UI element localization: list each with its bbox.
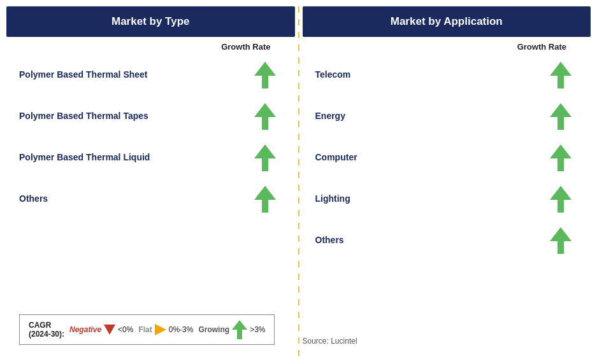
list-item: Polymer Based Thermal Liquid <box>6 137 295 178</box>
legend-flat-range: 0%-3% <box>169 325 194 334</box>
main-container: Market by Type Growth Rate Polymer Based… <box>0 0 597 364</box>
legend-growing-range: >3% <box>250 325 265 334</box>
list-item: Computer <box>303 137 591 178</box>
item-label-lighting: Lighting <box>315 193 350 205</box>
growth-arrow-others-right <box>550 227 572 254</box>
svg-marker-1 <box>254 103 276 130</box>
item-label-telecom: Telecom <box>315 69 351 81</box>
growth-arrow-energy <box>550 103 572 130</box>
right-panel: Market by Application Growth Rate Teleco… <box>303 6 591 358</box>
svg-marker-9 <box>550 227 572 254</box>
growth-arrow-computer <box>550 144 572 171</box>
left-growth-rate-label: Growth Rate <box>6 37 295 54</box>
svg-marker-2 <box>254 144 276 171</box>
growth-arrow-others-left <box>254 186 276 213</box>
item-label-computer: Computer <box>315 151 357 164</box>
list-item: Telecom <box>303 54 591 95</box>
yellow-right-arrow-icon <box>155 324 166 335</box>
right-growth-rate-label: Growth Rate <box>303 37 591 54</box>
list-item: Polymer Based Thermal Tapes <box>6 95 295 137</box>
growth-arrow-thermal-tapes <box>254 103 276 130</box>
list-item: Others <box>6 178 295 220</box>
panel-divider <box>298 6 299 358</box>
legend-growing: Growing >3% <box>198 320 265 339</box>
right-panel-header: Market by Application <box>303 6 591 37</box>
legend-growing-label: Growing <box>198 325 229 334</box>
growth-arrow-telecom <box>550 62 572 88</box>
svg-marker-0 <box>254 62 276 88</box>
legend-flat-label: Flat <box>138 325 152 334</box>
svg-marker-8 <box>550 186 572 213</box>
red-down-arrow-icon <box>104 325 115 335</box>
legend-flat: Flat 0%-3% <box>138 324 193 335</box>
list-item: Energy <box>303 95 591 137</box>
svg-marker-4 <box>232 320 247 339</box>
svg-marker-5 <box>550 62 572 88</box>
legend-negative-label: Negative <box>69 325 101 334</box>
growth-arrow-thermal-liquid <box>254 144 276 171</box>
item-label-thermal-tapes: Polymer Based Thermal Tapes <box>19 110 148 122</box>
left-panel: Market by Type Growth Rate Polymer Based… <box>6 6 295 358</box>
growth-arrow-lighting <box>550 186 572 213</box>
item-label-thermal-sheet: Polymer Based Thermal Sheet <box>19 69 148 81</box>
legend-box: CAGR(2024-30): Negative <0% Flat 0%-3% G… <box>19 314 275 345</box>
list-item: Lighting <box>303 178 591 220</box>
legend-negative-range: <0% <box>118 325 133 334</box>
legend-negative: Negative <0% <box>69 325 133 335</box>
source-label: Source: Lucintel <box>303 330 357 346</box>
svg-marker-7 <box>550 144 572 171</box>
svg-marker-6 <box>550 103 572 130</box>
growth-arrow-thermal-sheet <box>254 62 276 88</box>
left-panel-header: Market by Type <box>6 6 295 37</box>
item-label-energy: Energy <box>315 110 345 122</box>
list-item: Others <box>303 220 591 261</box>
item-label-others-right: Others <box>315 234 344 246</box>
legend-cagr-label: CAGR(2024-30): <box>29 321 64 339</box>
left-panel-title: Market by Type <box>111 15 190 27</box>
item-label-thermal-liquid: Polymer Based Thermal Liquid <box>19 151 150 164</box>
list-item: Polymer Based Thermal Sheet <box>6 54 295 95</box>
item-label-others-left: Others <box>19 193 48 205</box>
right-panel-title: Market by Application <box>391 15 503 27</box>
svg-marker-3 <box>254 186 276 213</box>
green-up-arrow-icon <box>232 320 247 339</box>
